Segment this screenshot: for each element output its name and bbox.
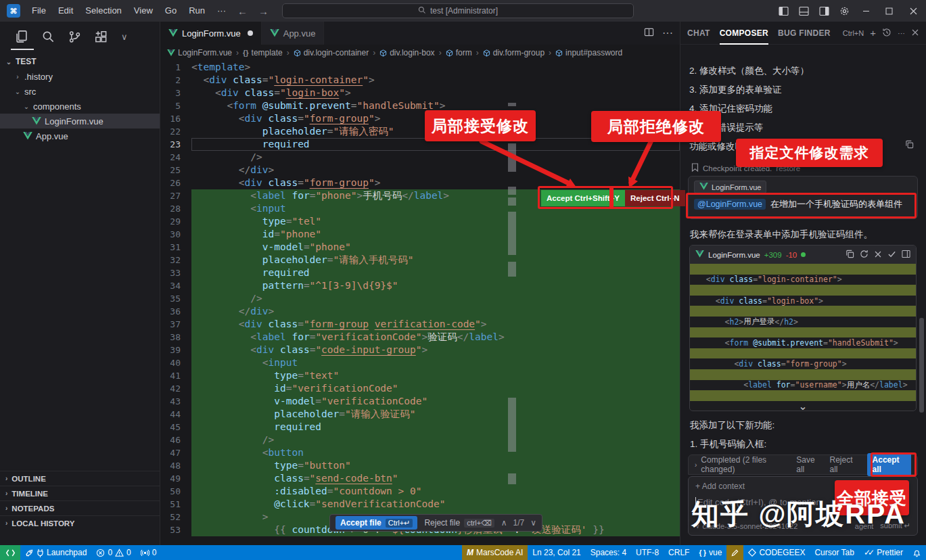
- launchpad-button[interactable]: Launchpad: [20, 545, 91, 560]
- window-close-button[interactable]: [900, 0, 926, 22]
- toggle-sidebar-icon[interactable]: [773, 0, 793, 22]
- menu-go[interactable]: Go: [159, 5, 183, 16]
- indentation-setting[interactable]: Spaces: 4: [586, 545, 631, 560]
- notifications-bell-icon[interactable]: [908, 545, 926, 560]
- accept-all-button[interactable]: Accept all: [867, 453, 911, 476]
- section-timeline[interactable]: ›TIMELINE: [0, 486, 160, 500]
- history-icon[interactable]: [882, 28, 892, 39]
- new-chat-icon[interactable]: +: [870, 27, 876, 39]
- reject-all-button[interactable]: Reject all: [830, 455, 859, 474]
- line-number: 22: [160, 125, 191, 138]
- section-outline[interactable]: ›OUTLINE: [0, 471, 160, 486]
- problems-indicator[interactable]: 0 0: [91, 545, 135, 560]
- eol-setting[interactable]: CRLF: [664, 545, 694, 560]
- menu-···[interactable]: ···: [211, 5, 232, 16]
- line-number: 32: [160, 254, 191, 266]
- panel-tab-composer[interactable]: COMPOSER: [720, 22, 768, 45]
- breadcrumb-item[interactable]: div.form-group: [483, 48, 545, 57]
- breadcrumb-label: LoginForm.vue: [178, 48, 232, 57]
- assistant-reply-text: 我来帮你在登录表单中添加手机验证码组件。: [690, 229, 873, 241]
- cursor-position[interactable]: Ln 23, Col 21: [528, 545, 585, 560]
- chevron-down-icon[interactable]: ∨: [121, 28, 128, 45]
- olive-badge-button[interactable]: [726, 545, 743, 560]
- panel-scrollbar-thumb[interactable]: [919, 318, 924, 413]
- diff-row: [690, 327, 916, 338]
- menu-run[interactable]: Run: [183, 5, 211, 16]
- line-number: 16: [160, 112, 191, 125]
- panel-close-icon[interactable]: [911, 28, 919, 38]
- menu-edit[interactable]: Edit: [52, 5, 79, 16]
- language-mode[interactable]: { }vue: [694, 545, 726, 560]
- tab-loginform-vue[interactable]: LoginForm.vue: [160, 22, 262, 45]
- ports-indicator[interactable]: 0: [136, 545, 162, 560]
- tree-item-components[interactable]: ⌄components: [0, 99, 160, 114]
- breadcrumb-item[interactable]: LoginForm.vue: [167, 48, 232, 57]
- diff-open-file-icon[interactable]: [902, 250, 910, 260]
- accept-change-button[interactable]: Accept Ctrl+Shift+Y: [541, 190, 625, 206]
- codegeex-button[interactable]: CODEGEEX: [743, 545, 810, 560]
- accept-file-button[interactable]: Accept file Ctrl+↵: [335, 516, 417, 530]
- section-notepads[interactable]: ›NOTEPADS: [0, 500, 160, 515]
- tab-app-vue[interactable]: App.vue: [262, 22, 325, 45]
- tree-item-appvue[interactable]: App.vue: [0, 129, 160, 143]
- code-line-1: 1<template>: [160, 61, 680, 74]
- panel-more-icon[interactable]: ···: [898, 29, 905, 37]
- code-line-26: 26 <div class="form-group">: [160, 177, 680, 189]
- context-file-chip[interactable]: LoginForm.vue: [694, 181, 766, 193]
- nav-forward-icon[interactable]: →: [253, 5, 274, 17]
- menu-file[interactable]: File: [26, 5, 52, 16]
- tree-item-loginformvue[interactable]: LoginForm.vue: [0, 114, 160, 129]
- breadcrumb-item[interactable]: {}template: [243, 48, 283, 57]
- reject-change-button[interactable]: Reject Ctrl+N: [625, 190, 685, 206]
- diff-reject-icon[interactable]: [874, 250, 882, 260]
- cursor-tab-button[interactable]: Cursor Tab: [810, 545, 858, 560]
- next-diff-icon[interactable]: ∨: [530, 518, 536, 528]
- toggle-secondary-sidebar-icon[interactable]: [814, 0, 834, 22]
- explorer-view-icon[interactable]: [15, 28, 28, 45]
- breadcrumb-item[interactable]: div.login-container: [294, 48, 369, 57]
- remote-indicator[interactable]: [0, 545, 20, 560]
- prev-diff-icon[interactable]: ∧: [501, 518, 507, 528]
- more-actions-icon[interactable]: ···: [662, 27, 673, 39]
- nav-back-icon[interactable]: ←: [232, 5, 253, 17]
- breadcrumb-item[interactable]: form: [446, 48, 472, 57]
- file-explorer-tree: ⌄TEST›.history⌄src⌄componentsLoginForm.v…: [0, 54, 160, 143]
- breadcrumb-item[interactable]: div.login-box: [379, 48, 434, 57]
- panel-tab-bug-finder[interactable]: BUG FINDER: [778, 22, 831, 45]
- save-all-button[interactable]: Save all: [796, 455, 821, 474]
- extensions-icon[interactable]: [95, 28, 108, 45]
- tree-item-label: components: [33, 101, 81, 112]
- expand-diff-chevron-icon[interactable]: ⌄: [690, 401, 916, 411]
- tree-item-label: LoginForm.vue: [45, 116, 103, 126]
- code-line-24: 24 />: [160, 151, 680, 164]
- menu-selection[interactable]: Selection: [79, 5, 127, 16]
- diff-copy-icon[interactable]: [846, 250, 854, 260]
- marscode-ai-button[interactable]: MMarsCode AI: [462, 545, 528, 560]
- breadcrumb: LoginForm.vue›{}template›div.login-conta…: [160, 45, 680, 61]
- breadcrumb-item[interactable]: input#password: [555, 48, 622, 57]
- copy-message-icon[interactable]: [905, 139, 914, 151]
- file-mention-chip[interactable]: @LoginForm.vue: [694, 199, 766, 210]
- command-search-input[interactable]: test [Administrator]: [282, 3, 634, 18]
- reject-file-button[interactable]: Reject file ctrl+⌫: [424, 518, 494, 528]
- split-editor-icon[interactable]: [644, 27, 654, 40]
- section-local-history[interactable]: ›LOCAL HISTORY: [0, 515, 160, 530]
- prettier-button[interactable]: ✓✓ Prettier: [859, 545, 908, 560]
- diff-regenerate-icon[interactable]: [860, 250, 869, 260]
- tree-item-src[interactable]: ⌄src: [0, 84, 160, 99]
- chevron-right-icon[interactable]: ›: [695, 461, 697, 469]
- toggle-panel-icon[interactable]: [793, 0, 814, 22]
- search-view-icon[interactable]: [42, 28, 55, 45]
- menu-view[interactable]: View: [128, 5, 159, 16]
- window-maximize-button[interactable]: [877, 0, 900, 22]
- source-control-icon[interactable]: [68, 28, 81, 45]
- diff-accept-icon[interactable]: [887, 250, 896, 260]
- status-bar: Launchpad 0 0 0 MMarsCode AI Ln 23, Col …: [0, 545, 926, 560]
- encoding-setting[interactable]: UTF-8: [631, 545, 664, 560]
- settings-gear-icon[interactable]: [834, 0, 854, 22]
- tree-item-history[interactable]: ›.history: [0, 69, 160, 84]
- panel-tab-chat[interactable]: CHAT: [687, 22, 710, 45]
- window-minimize-button[interactable]: [854, 0, 877, 22]
- tree-item-test[interactable]: ⌄TEST: [0, 54, 160, 69]
- breadcrumb-separator: ›: [236, 48, 239, 57]
